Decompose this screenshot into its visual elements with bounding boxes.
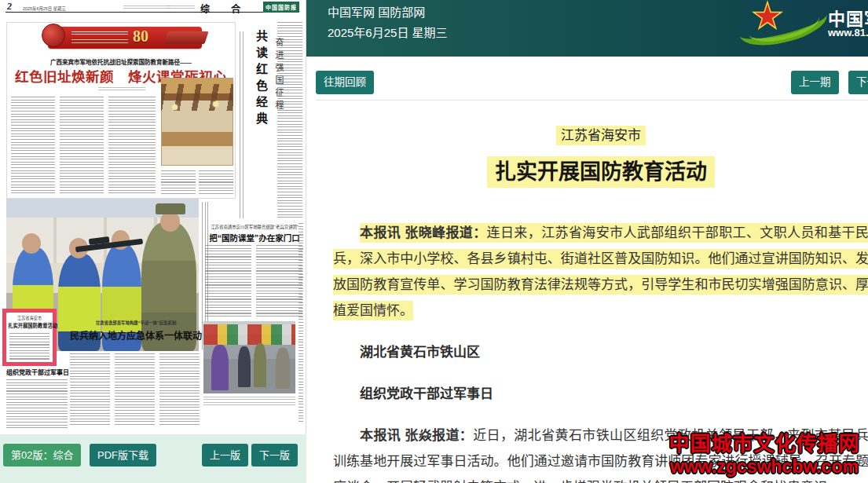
banner-text-sim xyxy=(71,31,128,37)
newspaper-thumbnail-panel: 2 2025年6月25日 星期三 综 合 中国国防报 80 广西来宾市军地依托抗… xyxy=(0,0,306,483)
paper-name-badge: 中国国防报 xyxy=(263,2,299,13)
vertical-text-sim xyxy=(240,31,245,218)
selected-article-kicker: 江苏省海安市 xyxy=(7,315,51,321)
selected-article-highlight-box[interactable]: 江苏省海安市 扎实开展国防教育活动 xyxy=(2,309,57,366)
interior-photo-sim xyxy=(161,78,233,166)
page-number: 2 xyxy=(7,1,12,13)
divider xyxy=(316,100,868,101)
text-lines-sim xyxy=(9,333,49,361)
courtyard-kicker: 江苏省南通市崇川区军地联合组建“老兵宣讲团” xyxy=(210,223,298,229)
lead-article-kicker: 广西来宾市军地依托抗战旧址探索国防教育新路径—— xyxy=(7,57,235,66)
banner-ribbon-tail xyxy=(163,31,208,44)
courtyard-article[interactable]: 江苏省南通市崇川区军地联合组建“老兵宣讲团” 把“国防课堂”办在家门口 xyxy=(205,223,304,319)
banner-seal-icon xyxy=(42,24,65,47)
text-lines-sim xyxy=(6,379,68,428)
article-body: 江苏省海安市 扎实开展国防教育活动 本报讯 张晓峰报道：连日来，江苏省海安市人武… xyxy=(333,118,868,483)
street-photo-sim xyxy=(203,321,295,393)
edition-button[interactable]: 第02版：综合 xyxy=(3,444,81,467)
logo-url: www.81.cn xyxy=(828,27,868,38)
anniversary-banner: 80 xyxy=(48,27,202,49)
tel-sim xyxy=(167,5,195,9)
next-issue-button[interactable]: 下一期 xyxy=(848,71,868,94)
right-column-text-sim xyxy=(277,22,302,220)
left-footer-bar: 第02版：综合 PDF版下载 上一版 下一版 xyxy=(0,434,306,483)
person-dark xyxy=(238,346,251,387)
article-kicker: 江苏省海安市 xyxy=(333,124,868,144)
masthead: 2 2025年6月25日 星期三 综 合 中国国防报 xyxy=(5,2,299,13)
edge-column-sim xyxy=(298,223,303,424)
paragraph-lead: 本报讯 张晓峰报道： xyxy=(360,225,487,240)
site-logo[interactable]: 中国军网 www.81.cn xyxy=(737,0,868,57)
vertical-column-title: 共读红色经典 xyxy=(253,30,269,129)
person-hat xyxy=(276,348,290,389)
next-page-button[interactable]: 下一版 xyxy=(251,444,298,467)
military-day-article[interactable]: 组织党政干部过军事日 xyxy=(6,368,68,428)
storefront-signs xyxy=(203,324,295,345)
prev-page-button[interactable]: 上一版 xyxy=(202,444,248,467)
article-subhead-region: 湖北省黄石市铁山区 xyxy=(333,339,868,365)
photo-lamp xyxy=(213,101,218,107)
text-column-sim xyxy=(159,353,200,426)
edition-name: 综 合 xyxy=(200,2,250,15)
text-column-sim xyxy=(108,97,156,196)
archive-button[interactable]: 往期回顾 xyxy=(316,71,374,94)
photo-lamp xyxy=(172,104,178,110)
masthead-date: 2025年6月25日 星期三 xyxy=(23,5,66,12)
person-soldier xyxy=(254,343,266,387)
paragraph-lead: 本报讯 张焱报道： xyxy=(360,428,473,443)
person-purple xyxy=(211,345,229,390)
soldier-cap xyxy=(156,203,185,214)
text-column-sim xyxy=(11,97,55,196)
student-head xyxy=(22,233,41,254)
article-title-text: 扎实开展国防教育活动 xyxy=(487,156,715,188)
militia-kicker: 甘肃省迭部县军地构建“平战一体”应急机制 xyxy=(76,319,195,325)
site-title: 中国军网 国防部网 xyxy=(328,3,425,20)
pdf-download-button[interactable]: PDF版下载 xyxy=(90,444,156,467)
lead-article[interactable]: 80 广西来宾市军地依托抗战旧址探索国防教育新路径—— 红色旧址焕新颜 烽火课堂… xyxy=(6,22,236,199)
article-title: 扎实开展国防教育活动 xyxy=(333,155,868,185)
newspaper-page[interactable]: 2 2025年6月25日 星期三 综 合 中国国防报 80 广西来宾市军地依托抗… xyxy=(2,2,302,426)
photo-caption-sim xyxy=(203,397,295,408)
article-subhead-title: 组织党政干部过军事日 xyxy=(333,381,868,407)
article-paragraph-2: 本报讯 张焱报道：近日，湖北省黄石市铁山区组织党政机关领导干部，来到市某民兵训练… xyxy=(333,423,868,483)
text-column-sim xyxy=(199,170,233,196)
article-paragraph-1: 本报讯 张晓峰报道：连日来，江苏省海安市人武部组织干部职工、文职人员和基干民兵，… xyxy=(333,220,868,324)
courtyard-headline[interactable]: 把“国防课堂”办在家门口 xyxy=(205,232,304,243)
text-column-sim xyxy=(115,353,155,426)
prev-issue-button[interactable]: 上一期 xyxy=(791,71,839,94)
text-column-sim xyxy=(161,170,196,196)
vertical-column-article[interactable]: 共读红色经典 奋进强国征程 xyxy=(238,27,274,225)
reader-header: 中国军网 国防部网 2025年6月25日 星期三 中国军网 www.81.cn xyxy=(306,0,868,57)
militia-article[interactable]: 甘肃省迭部县军地构建“平战一体”应急机制 民兵纳入地方应急体系一体联动 xyxy=(70,319,202,342)
editor-note-sim xyxy=(123,5,170,9)
militia-headline[interactable]: 民兵纳入地方应急体系一体联动 xyxy=(70,328,202,342)
issue-date: 2025年6月25日 星期三 xyxy=(328,24,448,40)
military-day-heading[interactable]: 组织党政干部过军事日 xyxy=(6,368,68,376)
banner-text-sim xyxy=(71,39,128,45)
text-column-sim xyxy=(70,353,110,426)
selected-article-title: 扎实开展国防教育活动 xyxy=(8,321,50,328)
article-reader-panel: 中国军网 国防部网 2025年6月25日 星期三 中国军网 www.81.cn … xyxy=(306,0,868,483)
text-column-sim xyxy=(205,245,251,317)
banner-80-label: 80 xyxy=(133,27,148,46)
byline-sim xyxy=(98,87,145,90)
text-column-sim xyxy=(60,97,104,196)
article-kicker-text: 江苏省海安市 xyxy=(556,126,646,145)
text-column-sim xyxy=(256,245,302,317)
